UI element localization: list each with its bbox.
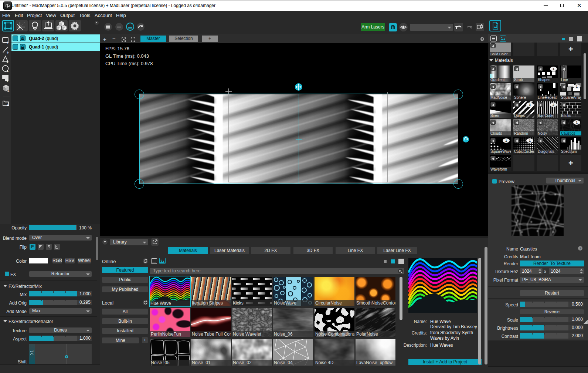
svg-text:+: + — [7, 50, 9, 55]
svg-text:+: + — [7, 89, 9, 93]
svg-text:+: + — [7, 40, 9, 45]
svg-text:+: + — [6, 78, 9, 83]
svg-text:+: + — [6, 60, 9, 64]
svg-text:+: + — [6, 69, 9, 73]
svg-text:+: + — [7, 103, 9, 107]
